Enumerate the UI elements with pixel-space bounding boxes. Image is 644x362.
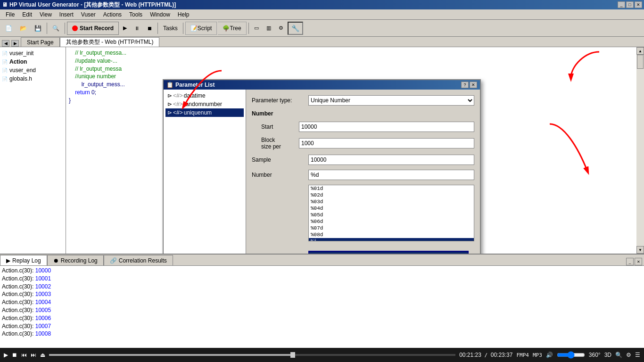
number-format-list[interactable]: %01d %02d %03d %04d %05d %06d %07d %08d … <box>308 185 474 241</box>
script-icon: 📝 <box>190 25 198 32</box>
scroll-down-button[interactable]: ▼ <box>636 246 644 254</box>
tab-action[interactable]: 其他参数类型 - Web (HTTP/HTML) <box>60 37 160 47</box>
number-format-input[interactable] <box>308 170 474 180</box>
menu-insert[interactable]: Insert <box>56 10 77 19</box>
save-btn[interactable]: 💾 <box>31 22 45 35</box>
start-label: Start <box>261 123 299 130</box>
file-tree-item-globals[interactable]: 📄 globals.h <box>0 74 66 83</box>
progress-fill <box>49 354 293 356</box>
tab-next-button[interactable]: ▶ <box>11 40 19 47</box>
dialog-help-button[interactable]: ? <box>461 82 469 88</box>
minimize-button[interactable]: _ <box>618 1 625 8</box>
file-tree-item-vuser-end[interactable]: 📄 vuser_end <box>0 66 66 74</box>
app-title: HP Virtual User Generator - [其他参数类型 - We… <box>9 1 176 9</box>
progress-bar[interactable] <box>49 354 455 356</box>
file-icon: 📄 <box>2 76 8 82</box>
file-tree-item-action[interactable]: 📄 Action <box>0 58 66 66</box>
zoom-button[interactable]: 🔍 <box>615 352 622 358</box>
dialog-title-bar: 📋 Parameter List ? ✕ <box>164 80 480 90</box>
format-item-05d[interactable]: %05d <box>309 212 474 218</box>
maximize-button[interactable]: □ <box>626 1 634 8</box>
volume-slider[interactable] <box>557 351 585 359</box>
view-btn-2[interactable]: ▥ <box>263 22 274 35</box>
pause-btn[interactable]: ⏸ <box>131 22 143 35</box>
format-item-03d[interactable]: %03d <box>309 198 474 205</box>
panel-minimize-button[interactable]: _ <box>626 258 634 265</box>
menu-file[interactable]: File <box>2 10 18 19</box>
prev-frame-button[interactable]: ⏮ <box>21 352 27 358</box>
sample-input[interactable] <box>308 155 474 165</box>
scroll-thumb[interactable] <box>637 55 644 69</box>
play-video-button[interactable]: ▶ <box>4 352 8 358</box>
param-tree-hash-icon: <#> <box>173 109 183 116</box>
log-line: Action.c(30): 10002 <box>2 283 642 291</box>
tree-button[interactable]: 🌳 Tree <box>218 22 246 35</box>
tab-prev-button[interactable]: ◀ <box>2 40 9 47</box>
menu-video-button[interactable]: ☰ <box>635 352 640 358</box>
menu-actions[interactable]: Actions <box>99 10 125 19</box>
block-input[interactable] <box>299 138 474 148</box>
format-item-07d[interactable]: %07d <box>309 225 474 231</box>
param-tree-item-uniquenum[interactable]: ⊳ <#> uniquenum <box>165 108 244 117</box>
bottom-tab-bar: ▶ Replay Log ⏺ Recording Log 🔗 Correlati… <box>0 255 644 266</box>
tab-recording-log[interactable]: ⏺ Recording Log <box>47 255 104 265</box>
find-btn[interactable]: 🔍 <box>49 22 63 35</box>
format-item-08d[interactable]: %08d <box>309 231 474 238</box>
separator-5 <box>248 23 249 34</box>
update-value-select[interactable]: Once Each iteration Each occurrence <box>308 251 469 254</box>
view-btn-1[interactable]: ▭ <box>251 22 262 35</box>
code-line: // lr_output_messa... <box>68 49 635 57</box>
new-btn[interactable]: 📄 <box>2 22 16 35</box>
tab-replay-log[interactable]: ▶ Replay Log <box>0 255 47 265</box>
next-frame-button[interactable]: ⏭ <box>31 352 36 358</box>
scroll-track <box>636 55 644 246</box>
menu-view[interactable]: View <box>36 10 56 19</box>
format-item-02d[interactable]: %02d <box>309 192 474 198</box>
dialog-title-label: Parameter List <box>175 82 215 88</box>
stop-video-button[interactable]: ⏹ <box>12 352 17 358</box>
menu-vuser[interactable]: Vuser <box>77 10 99 19</box>
panel-maximize-button[interactable]: ✕ <box>635 258 642 265</box>
tab-start-page[interactable]: Start Page <box>21 37 60 47</box>
format-item-01d[interactable]: %01d <box>309 185 474 192</box>
menu-edit[interactable]: Edit <box>18 10 36 19</box>
tasks-btn[interactable]: Tasks <box>160 22 181 35</box>
format-item-i[interactable]: %i <box>309 238 474 241</box>
toolbar: 📄 📂 💾 🔍 Start Record ▶ ⏸ ⏹ Tasks 📝 Scrip… <box>0 20 644 37</box>
replay-log-icon: ▶ <box>6 257 10 264</box>
eject-button[interactable]: ⏏ <box>40 352 45 358</box>
script-button[interactable]: 📝 Script <box>185 22 217 35</box>
format-item-06d[interactable]: %06d <box>309 218 474 225</box>
menu-tools[interactable]: Tools <box>125 10 146 19</box>
close-button[interactable]: ✕ <box>635 1 642 8</box>
progress-thumb[interactable] <box>290 352 295 358</box>
log-line: Action.c(30): 10004 <box>2 298 642 306</box>
open-btn[interactable]: 📂 <box>17 22 30 35</box>
param-tree-item-randomnumber[interactable]: ⊳ <#> randomnumber <box>165 100 244 108</box>
format-item-04d[interactable]: %04d <box>309 205 474 212</box>
start-record-button[interactable]: Start Record <box>67 22 119 35</box>
param-tree-item-datatime[interactable]: ⊳ <#> datatime <box>165 91 244 100</box>
play-btn[interactable]: ▶ <box>120 22 130 35</box>
param-btn[interactable]: 🔧 <box>288 22 303 35</box>
stop-btn[interactable]: ⏹ <box>144 22 156 35</box>
dialog-close-button[interactable]: ✕ <box>470 82 477 88</box>
file-icon: 📄 <box>2 51 8 56</box>
scroll-up-button[interactable]: ▲ <box>636 47 644 55</box>
file-tree-item-vuser-init[interactable]: 📄 vuser_init <box>0 49 66 58</box>
settings-video-button[interactable]: ⚙ <box>626 352 631 358</box>
number-format-row: Number <box>252 170 474 180</box>
file-icon: 📄 <box>2 68 8 73</box>
param-type-select[interactable]: Unique Number <box>308 95 474 106</box>
file-icon: 📄 <box>2 59 8 65</box>
param-tree-label: randomnumber <box>184 101 222 107</box>
log-line: Action.c(30): 10008 <box>2 330 642 338</box>
settings-btn[interactable]: ⚙ <box>275 22 287 35</box>
start-input[interactable] <box>299 122 474 132</box>
menu-help[interactable]: Help <box>174 10 193 19</box>
tab-correlation-results[interactable]: 🔗 Correlation Results <box>104 255 173 265</box>
update-value-label: Update value <box>252 253 308 254</box>
menu-window[interactable]: Window <box>146 10 174 19</box>
param-tree-expand-icon: ⊳ <box>167 92 172 99</box>
find-icon: 🔍 <box>52 25 59 32</box>
